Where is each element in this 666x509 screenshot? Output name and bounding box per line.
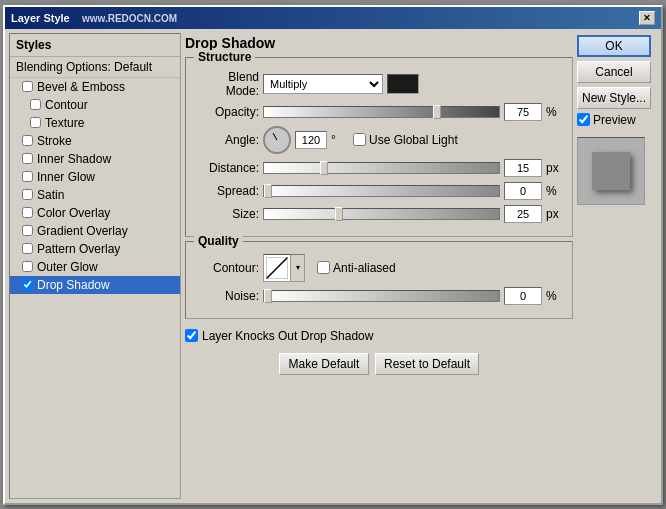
texture-checkbox[interactable] [30, 117, 41, 128]
spread-label: Spread: [194, 184, 259, 198]
bevel-emboss-label: Bevel & Emboss [37, 80, 125, 94]
outer-glow-label: Outer Glow [37, 260, 98, 274]
distance-input[interactable] [504, 159, 542, 177]
size-slider[interactable] [263, 208, 500, 220]
gradient-overlay-checkbox[interactable] [22, 225, 33, 236]
opacity-thumb[interactable] [433, 105, 441, 119]
layer-knocks-row[interactable]: Layer Knocks Out Drop Shadow [185, 329, 573, 343]
opacity-slider[interactable] [263, 106, 500, 118]
contour-label: Contour: [194, 261, 259, 275]
distance-row: Distance: px [194, 159, 564, 177]
quality-title: Quality [194, 234, 243, 248]
global-light-checkbox[interactable] [353, 133, 366, 146]
sidebar-item-texture[interactable]: Texture [10, 114, 180, 132]
blend-mode-label: Blend Mode: [194, 70, 259, 98]
sidebar-item-inner-shadow[interactable]: Inner Shadow [10, 150, 180, 168]
sidebar-item-contour[interactable]: Contour [10, 96, 180, 114]
pattern-overlay-label: Pattern Overlay [37, 242, 120, 256]
stroke-checkbox[interactable] [22, 135, 33, 146]
global-light-label[interactable]: Use Global Light [353, 133, 458, 147]
angle-input[interactable] [295, 131, 327, 149]
noise-slider[interactable] [263, 290, 500, 302]
dialog-title: Layer Style [11, 12, 70, 24]
sidebar-item-satin[interactable]: Satin [10, 186, 180, 204]
noise-unit: % [546, 289, 564, 303]
sidebar-item-inner-glow[interactable]: Inner Glow [10, 168, 180, 186]
styles-title: Styles [10, 34, 180, 57]
structure-title: Structure [194, 50, 255, 64]
sidebar-item-color-overlay[interactable]: Color Overlay [10, 204, 180, 222]
sidebar-item-drop-shadow[interactable]: Drop Shadow [10, 276, 180, 294]
preview-box [577, 137, 645, 205]
opacity-unit: % [546, 105, 564, 119]
contour-row: Contour: ▾ Anti-aliased [194, 254, 564, 282]
outer-glow-checkbox[interactable] [22, 261, 33, 272]
inner-glow-label: Inner Glow [37, 170, 95, 184]
sidebar-item-pattern-overlay[interactable]: Pattern Overlay [10, 240, 180, 258]
bevel-emboss-checkbox[interactable] [22, 81, 33, 92]
satin-checkbox[interactable] [22, 189, 33, 200]
color-overlay-checkbox[interactable] [22, 207, 33, 218]
global-light-text: Use Global Light [369, 133, 458, 147]
noise-row: Noise: % [194, 287, 564, 305]
right-panel: OK Cancel New Style... Preview [577, 33, 657, 499]
size-label: Size: [194, 207, 259, 221]
preview-checkbox[interactable] [577, 113, 590, 126]
sidebar-item-outer-glow[interactable]: Outer Glow [10, 258, 180, 276]
distance-label: Distance: [194, 161, 259, 175]
angle-dial[interactable] [263, 126, 291, 154]
bottom-buttons: Make Default Reset to Default [185, 353, 573, 375]
sidebar-item-stroke[interactable]: Stroke [10, 132, 180, 150]
stroke-label: Stroke [37, 134, 72, 148]
satin-label: Satin [37, 188, 64, 202]
blend-mode-select[interactable]: Multiply Normal Screen [263, 74, 383, 94]
title-bar-title: Layer Style www.REDOCN.COM [11, 12, 177, 24]
contour-control: ▾ [263, 254, 305, 282]
spread-slider[interactable] [263, 185, 500, 197]
left-panel: Styles Blending Options: Default Bevel &… [9, 33, 181, 499]
gradient-overlay-label: Gradient Overlay [37, 224, 128, 238]
layer-style-dialog: Layer Style www.REDOCN.COM ✕ Styles Blen… [3, 5, 663, 505]
quality-section: Quality Contour: ▾ [185, 241, 573, 319]
preview-text: Preview [593, 113, 636, 127]
spread-thumb[interactable] [264, 184, 272, 198]
contour-preview[interactable] [263, 254, 291, 282]
drop-shadow-label: Drop Shadow [37, 278, 110, 292]
size-row: Size: px [194, 205, 564, 223]
inner-glow-checkbox[interactable] [22, 171, 33, 182]
pattern-overlay-checkbox[interactable] [22, 243, 33, 254]
sidebar-item-gradient-overlay[interactable]: Gradient Overlay [10, 222, 180, 240]
blend-mode-color-swatch[interactable] [387, 74, 419, 94]
cancel-button[interactable]: Cancel [577, 61, 651, 83]
spread-input[interactable] [504, 182, 542, 200]
contour-dropdown-button[interactable]: ▾ [291, 254, 305, 282]
spread-row: Spread: % [194, 182, 564, 200]
distance-slider[interactable] [263, 162, 500, 174]
blending-options-item[interactable]: Blending Options: Default [10, 57, 180, 78]
contour-checkbox[interactable] [30, 99, 41, 110]
anti-aliased-text: Anti-aliased [333, 261, 396, 275]
close-button[interactable]: ✕ [639, 11, 655, 25]
angle-row: Angle: ° Use Global Light [194, 126, 564, 154]
spread-unit: % [546, 184, 564, 198]
reset-default-button[interactable]: Reset to Default [375, 353, 479, 375]
preview-label-row: Preview [577, 113, 657, 127]
distance-thumb[interactable] [320, 161, 328, 175]
sidebar-item-bevel-emboss[interactable]: Bevel & Emboss [10, 78, 180, 96]
angle-label: Angle: [194, 133, 259, 147]
make-default-button[interactable]: Make Default [279, 353, 369, 375]
layer-knocks-checkbox[interactable] [185, 329, 198, 342]
inner-shadow-checkbox[interactable] [22, 153, 33, 164]
anti-aliased-checkbox[interactable] [317, 261, 330, 274]
anti-aliased-label[interactable]: Anti-aliased [317, 261, 396, 275]
dialog-body: Styles Blending Options: Default Bevel &… [5, 29, 661, 503]
noise-input[interactable] [504, 287, 542, 305]
drop-shadow-checkbox[interactable] [22, 279, 33, 290]
size-thumb[interactable] [335, 207, 343, 221]
inner-shadow-label: Inner Shadow [37, 152, 111, 166]
size-input[interactable] [504, 205, 542, 223]
new-style-button[interactable]: New Style... [577, 87, 651, 109]
noise-thumb[interactable] [264, 289, 272, 303]
ok-button[interactable]: OK [577, 35, 651, 57]
opacity-input[interactable] [504, 103, 542, 121]
